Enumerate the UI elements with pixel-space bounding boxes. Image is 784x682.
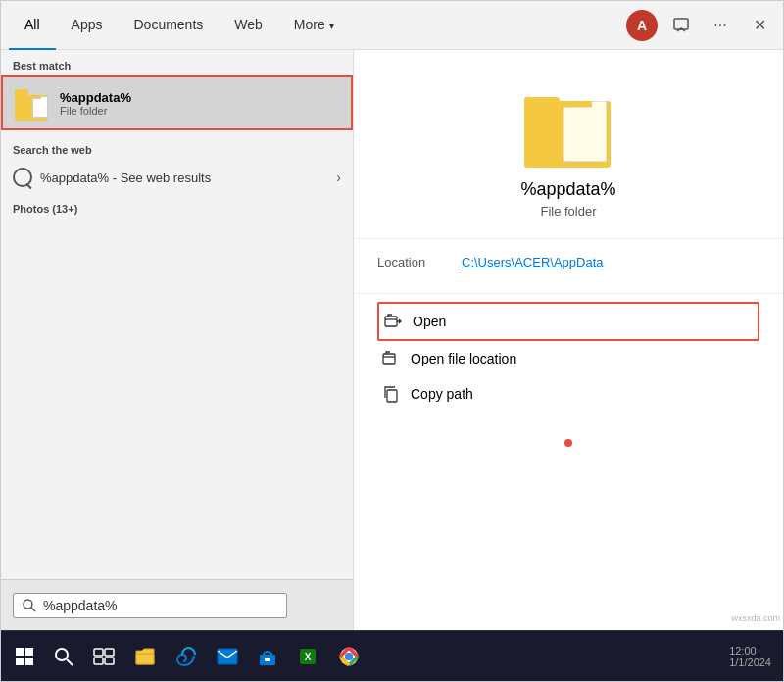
tab-all[interactable]: All <box>9 1 56 50</box>
right-content: %appdata% File folder <box>354 50 783 239</box>
tab-more[interactable]: More <box>278 1 350 50</box>
avatar[interactable]: A <box>626 10 658 41</box>
tab-apps-label: Apps <box>72 17 103 32</box>
svg-rect-16 <box>136 654 154 664</box>
svg-rect-13 <box>105 649 114 656</box>
svg-point-24 <box>345 653 353 660</box>
location-value[interactable]: C:\Users\ACER\AppData <box>462 255 604 269</box>
clock: 12:00 1/1/2024 <box>729 645 771 668</box>
close-icon[interactable]: ✕ <box>744 10 775 41</box>
search-bar: %appdata% <box>1 579 353 630</box>
folder-icon <box>15 85 50 121</box>
tab-web-label: Web <box>234 17 263 32</box>
chrome-button[interactable] <box>328 634 369 679</box>
actions-section: Open Open file location <box>354 294 783 419</box>
item-type: File folder <box>60 105 131 117</box>
search-input-wrapper[interactable]: %appdata% <box>13 593 287 618</box>
tab-more-label: More <box>294 17 325 32</box>
svg-text:X: X <box>305 652 312 662</box>
action-copy-path-label: Copy path <box>411 386 473 402</box>
web-search-text: %appdata% - See web results <box>40 170 211 185</box>
edge-browser-button[interactable] <box>166 634 207 679</box>
tab-all-label: All <box>24 17 40 32</box>
item-name: %appdata% <box>60 90 131 105</box>
action-open[interactable]: Open <box>377 302 760 341</box>
mail-button[interactable] <box>207 634 248 679</box>
item-text-group: %appdata% File folder <box>60 90 131 117</box>
red-dot-indicator <box>564 439 572 447</box>
taskbar: X 12:00 1/1/2024 <box>1 630 783 681</box>
ellipsis-label: ··· <box>713 17 726 34</box>
action-open-label: Open <box>413 314 446 329</box>
svg-rect-8 <box>16 658 24 665</box>
top-bar: All Apps Documents Web More A <box>1 1 783 50</box>
action-open-location-label: Open file location <box>411 351 516 366</box>
copy-icon <box>381 384 401 404</box>
right-title: %appdata% <box>520 179 615 200</box>
store-button[interactable] <box>248 634 287 679</box>
open-folder-icon <box>383 312 403 331</box>
svg-line-11 <box>67 659 73 665</box>
taskbar-search-button[interactable] <box>44 634 83 679</box>
svg-rect-15 <box>105 658 114 664</box>
tab-documents-label: Documents <box>133 17 203 32</box>
file-explorer-button[interactable] <box>124 634 166 679</box>
top-bar-right: A ··· ✕ <box>626 10 775 41</box>
task-view-button[interactable] <box>83 634 124 679</box>
svg-point-1 <box>24 600 32 609</box>
chevron-down-icon <box>329 17 334 32</box>
search-input-value: %appdata% <box>43 598 278 613</box>
location-row: Location C:\Users\ACER\AppData <box>377 255 760 269</box>
watermark: wxsxda.com <box>731 613 780 623</box>
tab-apps[interactable]: Apps <box>56 1 119 50</box>
best-match-label: Best match <box>1 50 353 75</box>
system-tray: 12:00 1/1/2024 <box>729 645 779 668</box>
big-folder-icon <box>524 89 612 168</box>
feedback-icon[interactable] <box>665 10 697 41</box>
svg-rect-3 <box>385 317 397 326</box>
search-window: All Apps Documents Web More A <box>0 0 784 682</box>
left-panel: Best match %appdata% File folder Search … <box>1 50 354 630</box>
svg-rect-14 <box>94 658 103 664</box>
start-button[interactable] <box>5 634 44 679</box>
location-label: Location <box>377 255 446 269</box>
svg-rect-19 <box>265 658 270 661</box>
best-match-item[interactable]: %appdata% File folder <box>1 75 353 130</box>
photos-label: Photos (13+) <box>1 195 353 219</box>
right-subtitle: File folder <box>540 204 596 219</box>
chevron-right-icon: › <box>336 170 341 185</box>
tab-documents[interactable]: Documents <box>118 1 219 50</box>
search-circle-icon <box>13 168 32 187</box>
svg-point-10 <box>56 649 68 660</box>
avatar-letter: A <box>637 18 647 33</box>
web-search-label: Search the web <box>1 134 353 160</box>
search-icon <box>22 598 37 613</box>
details-section: Location C:\Users\ACER\AppData <box>354 239 783 294</box>
svg-rect-4 <box>383 354 395 364</box>
right-panel: %appdata% File folder Location C:\Users\… <box>354 50 783 630</box>
svg-rect-12 <box>94 649 103 656</box>
svg-rect-6 <box>16 648 24 656</box>
action-open-location[interactable]: Open file location <box>377 341 760 376</box>
action-copy-path[interactable]: Copy path <box>377 376 760 412</box>
more-options-icon[interactable]: ··· <box>705 10 736 41</box>
web-search-item[interactable]: %appdata% - See web results › <box>1 160 353 195</box>
gamepass-button[interactable]: X <box>287 634 328 679</box>
svg-line-2 <box>31 608 35 611</box>
svg-rect-5 <box>387 390 397 402</box>
content-area: Best match %appdata% File folder Search … <box>1 50 783 630</box>
svg-rect-17 <box>218 649 237 664</box>
svg-rect-7 <box>25 648 33 656</box>
svg-rect-9 <box>25 658 33 665</box>
tab-web[interactable]: Web <box>219 1 278 50</box>
location-icon <box>381 349 401 368</box>
close-label: ✕ <box>754 16 766 34</box>
